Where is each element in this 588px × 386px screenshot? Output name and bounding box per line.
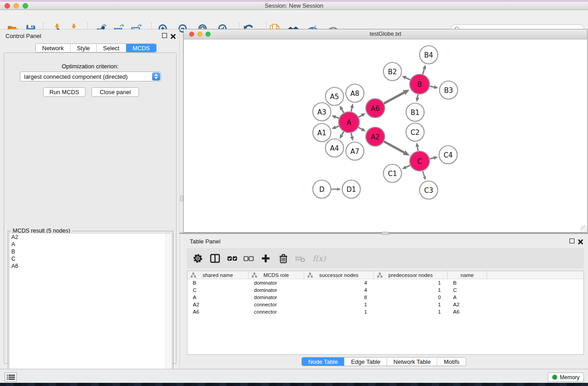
tab-edge-table[interactable]: Edge Table bbox=[344, 357, 387, 366]
close-panel-button[interactable]: Close panel bbox=[91, 87, 139, 97]
graph-edge-A-A5[interactable] bbox=[342, 109, 344, 113]
tab-mcds[interactable]: MCDS bbox=[126, 44, 156, 52]
graph-edge-C-C4[interactable] bbox=[430, 158, 434, 159]
graph-edge-A-A2[interactable] bbox=[359, 128, 362, 129]
tab-network-table[interactable]: Network Table bbox=[387, 357, 437, 366]
network-graph[interactable]: B4B2BB3A8A5A6A3B1AC2A1A2A4A7C4CC1C3DD1 bbox=[184, 39, 587, 232]
graph-node-label-B2: B2 bbox=[388, 68, 397, 76]
arrowhead-icon bbox=[423, 176, 426, 180]
function-builder-icon: f(x) bbox=[310, 252, 328, 265]
minimize-network-button[interactable] bbox=[197, 32, 202, 37]
network-canvas[interactable]: B4B2BB3A8A5A6A3B1AC2A1A2A4A7C4CC1C3DD1 bbox=[184, 39, 587, 232]
delete-icon[interactable] bbox=[277, 252, 290, 265]
close-window-button[interactable] bbox=[5, 3, 10, 9]
resize-grip-icon[interactable] bbox=[580, 225, 587, 232]
cell-shared-name: A6 bbox=[187, 308, 249, 315]
select-all-icon[interactable] bbox=[226, 252, 239, 265]
run-mcds-button[interactable]: Run MCDS bbox=[43, 87, 86, 97]
cell-shared-name: A bbox=[187, 294, 249, 301]
graph-edge-C-C1[interactable] bbox=[406, 165, 410, 167]
zoom-network-button[interactable] bbox=[206, 32, 210, 37]
cell-successor-nodes: 1 bbox=[304, 308, 374, 315]
graph-node-label-C1: C1 bbox=[388, 170, 397, 178]
graph-edge-A-A3[interactable] bbox=[335, 117, 339, 119]
network-view-window: testGlobe.txt B4B2BB3A8A5A6A3B1AC2A1A2A4… bbox=[183, 29, 588, 233]
tab-motifs[interactable]: Motifs bbox=[437, 357, 466, 366]
network-window-titlebar[interactable]: testGlobe.txt bbox=[184, 29, 587, 39]
deselect-all-icon[interactable] bbox=[242, 252, 255, 265]
gear-icon[interactable] bbox=[191, 252, 204, 265]
float-panel-icon[interactable] bbox=[569, 238, 574, 243]
table-row[interactable]: A2connector11A2 bbox=[187, 301, 583, 308]
tab-select[interactable]: Select bbox=[96, 44, 126, 52]
arrowhead-icon bbox=[416, 143, 419, 147]
graph-edge-B-B3[interactable] bbox=[430, 86, 435, 87]
table-row[interactable]: A6connector11A6 bbox=[187, 308, 583, 315]
table-header-row: shared nameMCDS rolesuccessor nodesprede… bbox=[187, 271, 583, 279]
float-panel-icon[interactable] bbox=[162, 33, 167, 38]
tab-style[interactable]: Style bbox=[70, 44, 96, 52]
result-item-a[interactable]: A bbox=[10, 241, 172, 248]
graph-edge-B-B2[interactable] bbox=[406, 78, 411, 80]
result-item-a2[interactable]: A2 bbox=[10, 234, 172, 241]
cell-successor-nodes: 4 bbox=[304, 286, 374, 294]
graph-edge-A6-B[interactable] bbox=[384, 93, 404, 104]
result-item-c[interactable]: C bbox=[10, 255, 172, 262]
cell-predecessor-nodes: 0 bbox=[374, 294, 448, 301]
shared-column-icon bbox=[307, 272, 313, 278]
graph-edge-C-C2[interactable] bbox=[417, 147, 418, 151]
graph-edge-A-A1[interactable] bbox=[335, 126, 339, 128]
columns-icon[interactable] bbox=[209, 252, 221, 265]
column-header-name[interactable]: name bbox=[448, 271, 487, 279]
vertical-splitter-handle[interactable] bbox=[180, 195, 183, 201]
minimize-window-button[interactable] bbox=[14, 3, 19, 9]
close-network-button[interactable] bbox=[189, 32, 194, 37]
table-row[interactable]: Bdominator41B bbox=[187, 279, 583, 286]
graph-edge-A2-C[interactable] bbox=[384, 142, 404, 153]
graph-edge-B-B4[interactable] bbox=[423, 69, 425, 74]
graph-node-label-B: B bbox=[417, 81, 422, 89]
cell-predecessor-nodes: 1 bbox=[374, 301, 448, 308]
mcds-result-list[interactable]: A2ABCA6 bbox=[9, 233, 172, 383]
cell-predecessor-nodes: 1 bbox=[374, 279, 448, 286]
criterion-dropdown[interactable]: largest connected component (directed) bbox=[20, 71, 161, 81]
optimization-criterion-label: Optimization criterion: bbox=[4, 63, 176, 70]
result-item-a6[interactable]: A6 bbox=[10, 262, 172, 270]
close-panel-icon[interactable] bbox=[578, 238, 583, 244]
table-row[interactable]: Cdominator41C bbox=[187, 286, 583, 294]
delete-table-icon bbox=[294, 252, 306, 265]
cell-MCDS-role: dominator bbox=[249, 286, 304, 294]
horizontal-splitter-handle[interactable] bbox=[382, 232, 389, 235]
add-icon[interactable] bbox=[259, 252, 272, 265]
scrollbar[interactable] bbox=[166, 234, 172, 383]
column-header-shared-name[interactable]: shared name bbox=[187, 271, 249, 279]
cell-MCDS-role: connector bbox=[249, 301, 304, 308]
node-table[interactable]: shared nameMCDS rolesuccessor nodesprede… bbox=[187, 271, 584, 355]
zoom-window-button[interactable] bbox=[23, 3, 28, 9]
graph-edge-A-A4[interactable] bbox=[342, 132, 344, 135]
graph-edge-B-B1[interactable] bbox=[417, 95, 418, 98]
column-header-predecessor-nodes[interactable]: predecessor nodes bbox=[374, 271, 448, 279]
shared-column-icon bbox=[191, 272, 196, 278]
column-header-successor-nodes[interactable]: successor nodes bbox=[304, 271, 374, 279]
graph-edge-A-A8[interactable] bbox=[351, 108, 352, 112]
result-item-b[interactable]: B bbox=[10, 248, 172, 255]
graph-node-label-D1: D1 bbox=[346, 186, 356, 194]
memory-button[interactable]: Memory bbox=[548, 372, 584, 382]
close-panel-icon[interactable] bbox=[170, 33, 176, 39]
graph-node-label-C: C bbox=[417, 157, 422, 166]
graph-edge-A-A7[interactable] bbox=[351, 133, 352, 137]
cell-successor-nodes: 4 bbox=[304, 279, 374, 286]
graph-edge-C-C3[interactable] bbox=[423, 171, 425, 176]
control-panel-tabs: NetworkStyleSelectMCDS bbox=[35, 43, 157, 52]
tab-network[interactable]: Network bbox=[36, 44, 70, 52]
table-row[interactable]: Adominator80A bbox=[187, 294, 583, 301]
graph-node-label-A5: A5 bbox=[330, 93, 339, 101]
graph-edge-A-A6[interactable] bbox=[359, 115, 362, 117]
task-history-button[interactable] bbox=[5, 372, 17, 382]
column-header-MCDS-role[interactable]: MCDS role bbox=[249, 271, 304, 279]
tab-node-table[interactable]: Node Table bbox=[302, 357, 344, 366]
session-title: Session: New Session bbox=[0, 2, 588, 10]
arrowhead-icon bbox=[331, 126, 336, 129]
memory-label: Memory bbox=[560, 374, 579, 381]
